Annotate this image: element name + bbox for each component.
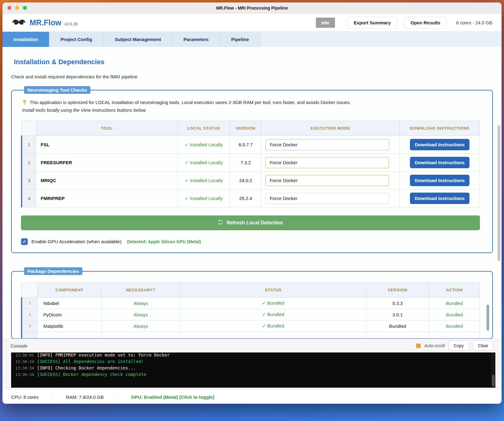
autoscroll-indicator[interactable] (416, 344, 421, 348)
status-separator: · (52, 394, 53, 400)
column-header-tool: TOOL (36, 121, 178, 136)
table-header-row: COMPONENT NECESSARY? STATUS VERSION ACTI… (22, 283, 480, 298)
open-results-button[interactable]: Open Results (404, 17, 447, 29)
console-line: 13:30:24[SUCCESS] All dependencies are i… (15, 358, 487, 365)
log-message: [SUCCESS] Docker dependency check comple… (37, 372, 146, 377)
component-version: Bundled (366, 320, 429, 332)
info-text-1: This application is optimized for LOCAL … (30, 99, 351, 106)
table-row: 2 PyDicom Always ✓ Bundled 3.0.1 Bundled (22, 309, 480, 320)
download-instructions-button[interactable]: Download Instructions (410, 157, 470, 168)
component-status: ✓ Bundled (180, 320, 366, 332)
copy-button[interactable]: Copy (448, 341, 469, 351)
row-number: 4 (22, 190, 36, 207)
component-name: PyDicom (38, 309, 101, 320)
package-table-scrollbar[interactable] (486, 305, 489, 331)
tab-pipeline[interactable]: Pipeline (220, 32, 260, 47)
column-header-component: COMPONENT (38, 283, 101, 298)
console-scrollbar[interactable] (492, 375, 495, 386)
ram-status: RAM: 7.8/24.0 GB (66, 394, 104, 400)
component-status: ✓ Bundled (180, 309, 366, 320)
title-bar: MR.Flow - MRI Processing Pipeline (2, 2, 502, 14)
tab-bar-filler (260, 32, 502, 47)
download-instructions-button[interactable]: Download Instructions (410, 193, 470, 204)
column-header-status: STATUS (180, 283, 366, 298)
table-row: 3 MRIQC ✓ Installed Locally 24.0.2 Force… (22, 172, 480, 190)
log-timestamp: 13:30:34 (15, 366, 34, 370)
info-block: This application is optimized for LOCAL … (22, 99, 480, 113)
desktop-wallpaper: MR.Flow - MRI Processing Pipeline MR.Flo… (0, 0, 504, 421)
log-timestamp: 13:30:24 (15, 359, 34, 364)
package-dependencies-table: COMPONENT NECESSARY? STATUS VERSION ACTI… (21, 282, 480, 339)
app-window: MR.Flow - MRI Processing Pipeline MR.Flo… (2, 2, 502, 404)
download-instructions-button[interactable]: Download Instructions (410, 139, 470, 150)
tool-name: FMRIPREP (36, 190, 178, 207)
table-row: 3 Matplotlib Always ✓ Bundled Bundled Bu… (22, 320, 480, 332)
row-number: 3 (22, 172, 36, 190)
console-header: Console Auto-scroll Copy Clear (2, 339, 502, 352)
mustache-logo-icon (12, 19, 26, 26)
execution-mode-select[interactable]: Force Docker (266, 157, 389, 168)
console-title: Console (10, 343, 27, 348)
column-header-version: VERSION (366, 283, 429, 298)
row-number: 1 (22, 298, 38, 309)
tool-version: 7.3.2 (230, 154, 261, 172)
tab-parameters[interactable]: Parameters (172, 32, 220, 47)
row-number: 3 (22, 320, 38, 332)
export-summary-button[interactable]: Export Summary (347, 17, 397, 29)
refresh-local-detection-button[interactable]: Refresh Local Detection (21, 215, 480, 230)
gpu-row: ✓ Enable GPU Acceleration (when availabl… (21, 238, 480, 245)
tool-status: ✓ Installed Locally (177, 190, 230, 207)
cpu-status: CPU: 8 cores (11, 394, 39, 400)
refresh-button-label: Refresh Local Detection (226, 220, 283, 226)
console-output: 13:30:01[INFO] FMRIPREP execution mode s… (11, 352, 495, 388)
column-header-execution-mode: EXECUTION MODE (261, 121, 400, 136)
log-message: [INFO] Checking Docker dependencies... (37, 365, 136, 370)
table-row: 2 FREESURFER ✓ Installed Locally 7.3.2 F… (22, 154, 480, 172)
console-panel: Console Auto-scroll Copy Clear 13:30:01[… (2, 339, 502, 390)
column-header-blank (22, 283, 38, 298)
gpu-checkbox-label: Enable GPU Acceleration (when available) (31, 239, 122, 244)
table-row: 4 FMRIPREP ✓ Installed Locally 25.2.4 Fo… (22, 190, 480, 207)
window-title: MR.Flow - MRI Processing Pipeline (2, 6, 502, 10)
tab-project-config[interactable]: Project Config (49, 32, 104, 47)
info-text-2: Install tools locally using the View Ins… (22, 107, 480, 113)
log-message: [SUCCESS] All dependencies are installed… (37, 359, 144, 364)
console-line: 13:30:34[SUCCESS] Docker dependency chec… (15, 371, 487, 378)
component-name: Matplotlib (38, 320, 101, 332)
column-header-download: DOWNLOAD INSTRUCTIONS (400, 121, 480, 136)
execution-mode-select[interactable]: Force Docker (266, 175, 389, 186)
tool-status: ✓ Installed Locally (177, 136, 230, 154)
execution-mode-select[interactable]: Force Docker (266, 139, 389, 150)
tab-subject-management[interactable]: Subject Management (104, 32, 172, 47)
gpu-acceleration-checkbox[interactable]: ✓ (21, 238, 28, 245)
execution-mode-select[interactable]: Force Docker (266, 193, 389, 204)
download-instructions-button[interactable]: Download Instructions (410, 175, 470, 186)
tab-installation[interactable]: Installation (2, 32, 49, 47)
column-header-necessary: NECESSARY? (101, 283, 180, 298)
column-header-local-status: LOCAL STATUS (177, 121, 230, 136)
gpu-toggle-status[interactable]: GPU: Enabled (Metal) [Click to toggle] (131, 394, 214, 400)
main-scrollbar[interactable] (498, 125, 500, 261)
table-row: 1 FSL ✓ Installed Locally 6.0.7.7 Force … (22, 136, 480, 154)
column-header-action: ACTION (429, 283, 480, 298)
status-badge: Idle (316, 18, 335, 28)
component-name: Nibabel (38, 298, 101, 309)
refresh-icon (218, 219, 223, 226)
table-header-row: TOOL LOCAL STATUS VERSION EXECUTION MODE… (22, 121, 480, 136)
tool-version: 6.0.7.7 (230, 136, 261, 154)
tool-status: ✓ Installed Locally (177, 154, 230, 172)
page-subtitle: Check and install required dependencies … (11, 74, 493, 79)
log-message: [INFO] FMRIPREP execution mode set to: F… (37, 352, 170, 357)
tool-name: FREESURFER (36, 154, 178, 172)
component-necessary: Always (101, 309, 180, 320)
tool-version: 25.2.4 (230, 190, 261, 207)
column-header-blank (22, 121, 36, 136)
table-row: 1 Nibabel Always ✓ Bundled 5.3.3 Bundled (22, 298, 480, 309)
component-action: Bundled (429, 320, 480, 332)
row-number: 2 (22, 154, 36, 172)
system-info: 8 cores · 24.0 GB (456, 20, 492, 25)
console-line: 13:30:01[INFO] FMRIPREP execution mode s… (15, 352, 487, 358)
tool-checks-legend: Neuroimaging Tool Checks (24, 86, 90, 94)
clear-button[interactable]: Clear (473, 341, 494, 351)
component-version: 5.3.3 (366, 298, 429, 309)
